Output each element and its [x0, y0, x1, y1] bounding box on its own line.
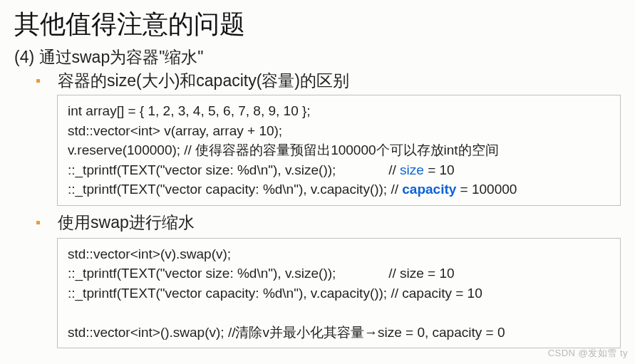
- code2-l2: ::_tprintf(TEXT("vector size: %d\n"), v.…: [68, 266, 455, 281]
- code1-l4b: = 10: [424, 162, 455, 177]
- code1-size-kw: size: [400, 162, 424, 177]
- code1-l5b: = 100000: [456, 182, 517, 197]
- code1-l3: v.reserve(100000); // 使得容器的容量预留出100000个可…: [68, 142, 499, 157]
- code-block-1: int array[] = { 1, 2, 3, 4, 5, 6, 7, 8, …: [57, 95, 621, 206]
- slide-title: 其他值得注意的问题: [14, 7, 621, 42]
- code1-capacity-kw: capacity: [402, 182, 456, 197]
- code1-l2: std::vector<int> v(array, array + 10);: [68, 123, 282, 138]
- bullet-text-1: 容器的size(大小)和capacity(容量)的区别: [58, 70, 349, 92]
- watermark: CSDN @发如雪 ty: [548, 347, 628, 360]
- code1-l5a: ::_tprintf(TEXT("vector capacity: %d\n")…: [68, 182, 402, 197]
- bullet-item-1: ▪ 容器的size(大小)和capacity(容量)的区别: [36, 70, 621, 92]
- bullet-icon: ▪: [36, 70, 41, 91]
- section-subheading: (4) 通过swap为容器"缩水": [14, 46, 621, 68]
- code-block-2: std::vector<int>(v).swap(v); ::_tprintf(…: [57, 238, 621, 349]
- code2-l5a: std::vector<int>().swap(v); //清除v并最小化其容量: [68, 325, 364, 340]
- bullet-icon: ▪: [36, 212, 41, 233]
- code2-l1: std::vector<int>(v).swap(v);: [68, 246, 231, 261]
- arrow-icon: →: [364, 325, 378, 340]
- code1-l1: int array[] = { 1, 2, 3, 4, 5, 6, 7, 8, …: [68, 103, 311, 118]
- bullet-text-2: 使用swap进行缩水: [58, 212, 195, 234]
- code1-l4a: ::_tprintf(TEXT("vector size: %d\n"), v.…: [68, 162, 400, 177]
- code2-l5b: size = 0, capacity = 0: [378, 325, 505, 340]
- code2-l3: ::_tprintf(TEXT("vector capacity: %d\n")…: [68, 286, 482, 301]
- bullet-item-2: ▪ 使用swap进行缩水: [36, 212, 621, 234]
